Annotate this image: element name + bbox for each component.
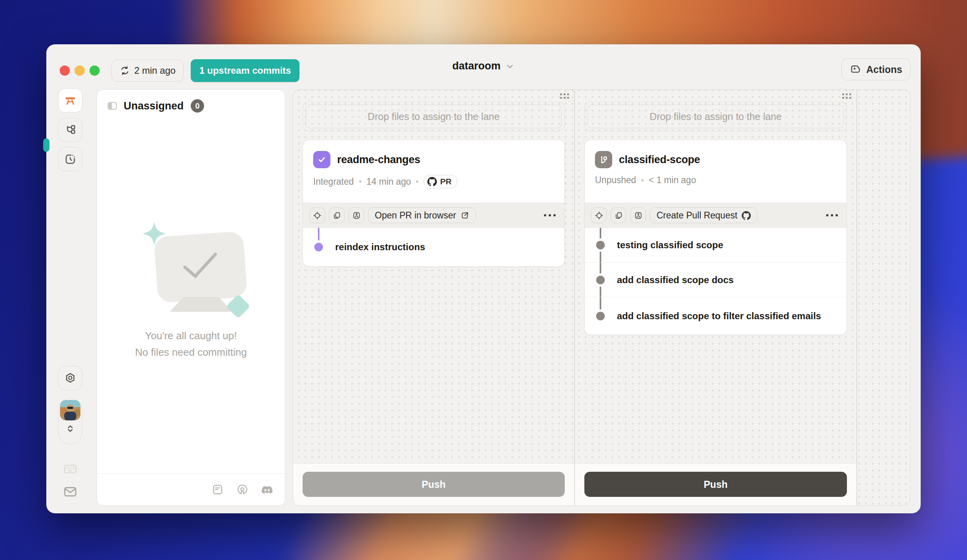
branch-header[interactable]: classified-scope Unpushed < 1 min ago <box>585 140 847 203</box>
branch-toolbar: Create Pull Request <box>585 203 847 228</box>
commit-row[interactable]: add classified scope to filter classifie… <box>585 297 847 335</box>
github-icon <box>742 211 751 220</box>
commit-message: reindex instructions <box>335 242 425 253</box>
ai-sparkle-icon <box>850 64 861 75</box>
project-switcher[interactable]: dataroom <box>452 60 515 72</box>
add-dependent-branch-button[interactable] <box>348 207 364 223</box>
dot-separator <box>416 180 418 183</box>
branches-icon <box>64 124 77 136</box>
commit-message: add classified scope docs <box>617 275 733 285</box>
app-window: 2 min ago 1 upstream commits dataroom Ac… <box>46 44 921 513</box>
add-dependent-branch-button[interactable] <box>630 207 646 223</box>
avatar <box>60 400 80 420</box>
commit-rail <box>600 263 601 273</box>
sidebar-item-workspace[interactable] <box>58 88 82 113</box>
panel-title: Unassigned <box>124 100 184 112</box>
feedback-mail-button[interactable] <box>63 484 78 499</box>
commit-rail <box>600 228 601 238</box>
open-pr-button[interactable]: Open PR in browser <box>368 207 476 223</box>
discord-button[interactable] <box>261 484 273 496</box>
sidebar-item-branches[interactable] <box>58 118 82 142</box>
branch-status-icon <box>313 151 330 168</box>
minimize-button[interactable] <box>75 65 85 76</box>
commit-message: add classified scope to filter classifie… <box>617 311 821 322</box>
branch-header[interactable]: readme-changes Integrated 14 min ago <box>303 140 564 203</box>
sidebar-item-history[interactable] <box>58 147 82 171</box>
empty-subtitle: No files need committing <box>97 344 285 360</box>
github-icon <box>427 177 437 186</box>
upstream-label: 1 upstream commits <box>199 65 291 76</box>
push-button[interactable]: Push <box>584 472 847 497</box>
create-pr-button[interactable]: Create Pull Request <box>650 207 757 223</box>
commit-row[interactable]: add classified scope docs <box>585 262 847 297</box>
lane-drag-handle[interactable] <box>560 93 569 99</box>
branch-time: 14 min ago <box>367 176 411 187</box>
monitor-shape <box>153 231 247 303</box>
changelog-button[interactable] <box>212 484 224 496</box>
desktop-wallpaper: 2 min ago 1 upstream commits dataroom Ac… <box>0 0 967 560</box>
create-pr-label: Create Pull Request <box>657 210 737 221</box>
lane-footer: Push <box>575 463 856 505</box>
dot-separator <box>359 180 361 183</box>
lane-drag-handle[interactable] <box>842 93 851 99</box>
new-lane-area[interactable] <box>857 90 910 505</box>
commit-rail <box>318 228 319 240</box>
commit-dot <box>596 276 605 284</box>
chevron-down-icon <box>505 62 515 71</box>
actions-button[interactable]: Actions <box>841 58 910 80</box>
sync-status-button[interactable]: 2 min ago <box>111 60 184 82</box>
profile-switcher[interactable] <box>58 398 82 444</box>
assign-target-button[interactable] <box>309 207 325 223</box>
active-project-indicator <box>43 138 49 152</box>
commit-row[interactable]: testing classified scope <box>585 228 847 262</box>
project-name: dataroom <box>452 60 500 72</box>
branch-name: readme-changes <box>337 154 420 166</box>
open-source-button[interactable] <box>236 484 248 496</box>
copy-branch-button[interactable] <box>329 207 345 223</box>
push-button[interactable]: Push <box>303 472 565 497</box>
commit-message: testing classified scope <box>617 240 723 251</box>
copy-icon <box>614 211 623 220</box>
commit-row[interactable]: reindex instructions <box>303 228 564 266</box>
assign-target-button[interactable] <box>591 207 607 223</box>
upstream-commits-button[interactable]: 1 upstream commits <box>191 59 299 82</box>
more-options-button[interactable] <box>542 210 558 220</box>
zoom-button[interactable] <box>89 65 100 76</box>
branch-status: Integrated <box>313 176 354 187</box>
add-branch-icon <box>634 211 643 220</box>
commit-rail <box>600 252 601 262</box>
close-button[interactable] <box>60 65 70 76</box>
target-icon <box>595 211 604 220</box>
commit-rail-dotted <box>318 254 319 266</box>
window-controls <box>60 65 100 76</box>
lane-classified-scope: Drop files to assign to the lane <box>575 90 856 505</box>
commit-dot <box>314 243 323 251</box>
commit-rail-dotted <box>600 323 601 335</box>
target-icon <box>313 211 322 220</box>
copy-branch-button[interactable] <box>611 207 626 223</box>
commit-list: testing classified scope add classified … <box>585 228 847 335</box>
commit-dot <box>596 241 605 249</box>
sidebar-item-settings[interactable] <box>58 366 82 390</box>
panel-footer <box>97 473 285 505</box>
more-options-button[interactable] <box>824 210 840 220</box>
pr-badge[interactable]: PR <box>423 175 457 188</box>
commit-list: reindex instructions <box>303 228 564 266</box>
unassigned-count-badge: 0 <box>191 99 204 113</box>
drop-zone[interactable]: Drop files to assign to the lane <box>303 102 565 131</box>
drop-zone[interactable]: Drop files to assign to the lane <box>584 102 847 131</box>
branch-time: < 1 min ago <box>649 175 696 185</box>
mail-icon <box>63 484 78 499</box>
branch-status-icon <box>595 151 612 168</box>
check-icon <box>316 154 327 165</box>
history-icon <box>64 153 77 165</box>
gear-icon <box>64 372 77 384</box>
branch-toolbar: Open PR in browser <box>303 203 564 228</box>
empty-title: You're all caught up! <box>97 327 285 344</box>
keyboard-shortcuts-button[interactable] <box>63 462 78 476</box>
external-link-icon <box>460 211 469 220</box>
branch-name: classified-scope <box>619 154 700 166</box>
branch-status: Unpushed <box>595 175 636 185</box>
branch-icon <box>598 154 609 165</box>
chevron-updown-icon <box>65 424 75 434</box>
